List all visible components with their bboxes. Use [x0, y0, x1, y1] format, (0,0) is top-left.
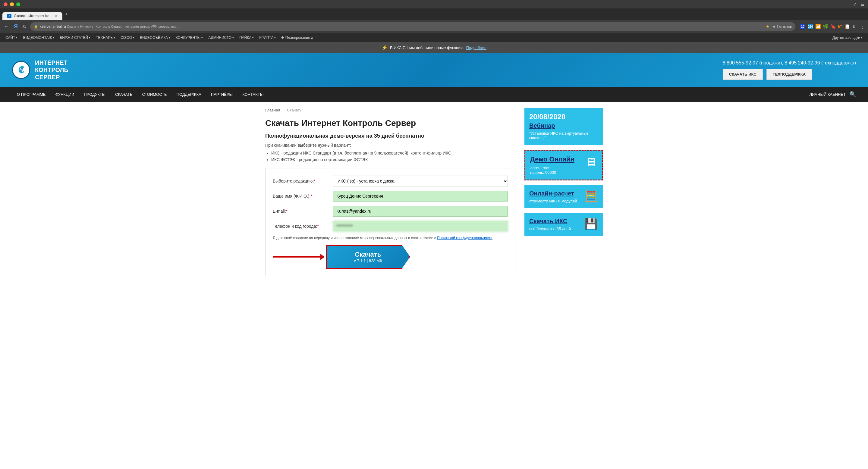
ext-icon-5[interactable]: 🔖	[830, 24, 836, 29]
bookmark-site[interactable]: САЙТ ▾	[3, 35, 20, 41]
ext-icon-3[interactable]: 📶	[815, 24, 821, 29]
privacy-policy-link[interactable]: Политикой конфиденциальности	[437, 236, 493, 240]
webinar-title-link[interactable]: Вебинар	[529, 122, 598, 129]
browser-address-bar: ← Я ↻ 🔒 xserver.a-real.ru Скачать Интерн…	[0, 20, 868, 33]
notification-icon: ⚡	[381, 45, 388, 51]
edition-select[interactable]: ИКС (iso) - установка с диска ИКС ФСТЭК …	[333, 176, 508, 187]
bookmark-technar[interactable]: ТЕХНАРЬ ▾	[93, 35, 118, 41]
bookmark-admins[interactable]: АДМИНИСТО ▾	[206, 35, 236, 41]
nav-functions[interactable]: ФУНКЦИИ	[50, 87, 79, 102]
support-button[interactable]: ТЕХПОДДЕРЖКА	[767, 69, 812, 80]
download-submit-button[interactable]: Скачать v 7.1.1 | 828 Мб	[326, 245, 410, 269]
address-input[interactable]: 🔒 xserver.a-real.ru Скачать Интернет Кон…	[30, 22, 795, 31]
bookmark-article-exchange[interactable]: БИРЖИ СТАТЕЙ ▾	[57, 35, 93, 41]
domain-text: xserver.a-real.ru Скачать Интернет Контр…	[40, 24, 764, 29]
page-title: Скачать Интернет Контроль Сервер	[265, 119, 516, 128]
nav-personal-cabinet[interactable]: ЛИЧНЫЙ КАБИНЕТ	[809, 92, 846, 97]
name-label: Ваше имя (Ф.И.О.):*	[273, 194, 333, 199]
demo-online-widget[interactable]: 🖥 Демо Онлайн логин: root пароль: 00000	[524, 150, 603, 180]
site-header: ₡ ИНТЕРНЕТ КОНТРОЛЬ СЕРВЕР 8 800 555-92-…	[0, 53, 868, 87]
browser-tabs-bar: С Скачать Интернет Ко... ✕ +	[0, 8, 868, 20]
page-subtitle: Полнофункциональная демо-версия на 35 дн…	[265, 133, 516, 139]
os-close-dot[interactable]	[4, 2, 7, 6]
back-button[interactable]: ←	[3, 23, 10, 30]
logo-area[interactable]: ₡ ИНТЕРНЕТ КОНТРОЛЬ СЕРВЕР	[12, 59, 68, 81]
bookmark-cisco[interactable]: CISCO ▾	[118, 35, 137, 41]
ext-icon-2[interactable]: 260	[808, 24, 813, 29]
os-menu-icon[interactable]: ☰	[861, 2, 864, 7]
notification-link[interactable]: Подробнее	[466, 45, 487, 50]
bookmarks-bar: САЙТ ▾ ВИДЕОМОНТАЖ ▾ БИРЖИ СТАТЕЙ ▾ ТЕХН…	[0, 33, 868, 42]
bookmark-video-edit[interactable]: ВИДЕОМОНТАЖ ▾	[21, 35, 57, 41]
ext-icon-6[interactable]: IQ	[838, 24, 843, 29]
email-input[interactable]	[333, 206, 508, 216]
bookmark-video-shoot[interactable]: ВИДЕОСЪЁМКА ▾	[137, 35, 173, 41]
arrow-area	[273, 256, 321, 258]
security-lock-icon: 🔒	[34, 25, 38, 29]
ext-icon-1[interactable]: 10	[800, 24, 805, 29]
breadcrumb-home[interactable]: Главная	[265, 108, 280, 112]
new-tab-button[interactable]: +	[62, 11, 70, 18]
header-phones: 8 800 555-92-97 (продажи), 8 495 240-92-…	[723, 60, 856, 66]
bookmark-competitors[interactable]: КОНКУРЕНТЫ ▾	[173, 35, 205, 41]
webinar-description: "Установка ИКС на виртуальные машины"	[529, 131, 598, 140]
ext-icon-4[interactable]: 🌿	[823, 24, 829, 29]
tab-close-button[interactable]: ✕	[55, 14, 58, 18]
consent-text: Я даю своё согласие на передачу и исполь…	[273, 236, 508, 240]
ext-icon-7[interactable]: 📋	[844, 24, 850, 29]
bookmark-soldering[interactable]: ПАЙКА ▾	[237, 35, 256, 41]
download-form: Выберите редакцию:* ИКС (iso) - установк…	[265, 168, 516, 276]
list-item-fstek: ИКС ФСТЭК - редакция на сертификации ФСТ…	[271, 157, 516, 162]
demo-password: пароль: 00000	[530, 170, 597, 175]
download-button-area: Скачать v 7.1.1 | 828 Мб	[273, 245, 508, 269]
breadcrumb-separator: |	[282, 108, 284, 112]
bookmark-star-icon[interactable]: ★	[766, 24, 770, 29]
reviews-count: ★ 5 отзывов	[772, 25, 792, 29]
logo-icon: ₡	[12, 61, 30, 79]
arrow-line	[273, 256, 321, 258]
feature-list: ИКС - редакции ИКС Стандарт (в т.ч. бесп…	[271, 150, 516, 162]
os-minimize-dot[interactable]	[10, 2, 14, 6]
main-content: Главная | Скачать Скачать Интернет Контр…	[253, 102, 615, 282]
nav-support[interactable]: ПОДДЕРЖКА	[172, 87, 206, 102]
download-iks-button[interactable]: СКАЧАТЬ ИКС	[723, 69, 763, 80]
os-maximize-dot[interactable]	[16, 2, 20, 6]
os-fullscreen-icon[interactable]: ⤢	[853, 2, 857, 7]
nav-partners[interactable]: ПАРТНЁРЫ	[206, 87, 238, 102]
form-row-phone: Телефон и код города:*	[273, 221, 508, 232]
download-iks-widget: 💾 Скачать ИКС всё бесплатно 35 дней	[524, 213, 603, 236]
webinar-date: 20/08/2020	[529, 113, 598, 121]
notification-text: В ИКС 7.1 мы добавили новые функции.	[390, 45, 464, 50]
yandex-logo: Я	[13, 22, 19, 31]
other-bookmarks[interactable]: Другие закладки ▾	[830, 35, 865, 41]
download-icon[interactable]: ⬇	[852, 24, 856, 29]
header-right: 8 800 555-92-97 (продажи), 8 495 240-92-…	[723, 60, 856, 80]
refresh-button[interactable]: ↻	[22, 23, 28, 31]
online-calc-widget: 🧮 Онлайн-расчет стоимости ИКС и модулей	[524, 185, 603, 208]
nav-download[interactable]: СКАЧАТЬ	[110, 87, 137, 102]
edition-label: Выберите редакцию:*	[273, 179, 333, 183]
download-btn-version: v 7.1.1 | 828 Мб	[354, 259, 382, 263]
bookmark-planning[interactable]: ✤ Планирование д	[279, 35, 315, 41]
download-btn-label: Скачать	[355, 250, 381, 259]
nav-contacts[interactable]: КОНТАКТЫ	[238, 87, 268, 102]
browser-menu-button[interactable]: ⋮	[860, 24, 865, 30]
demo-monitor-icon: 🖥	[585, 156, 597, 169]
breadcrumb-current: Скачать	[287, 108, 302, 112]
name-input[interactable]	[333, 191, 508, 202]
form-row-email: E-mail:*	[273, 206, 508, 216]
browser-extensions-area: 10 260 📶 🌿 🔖 IQ 📋 ⬇	[798, 24, 858, 29]
header-buttons: СКАЧАТЬ ИКС ТЕХПОДДЕРЖКА	[723, 69, 856, 80]
active-tab[interactable]: С Скачать Интернет Ко... ✕	[2, 12, 62, 20]
phone-input[interactable]	[333, 221, 508, 232]
notification-bar: ⚡ В ИКС 7.1 мы добавили новые функции. П…	[0, 42, 868, 53]
form-row-name: Ваше имя (Ф.И.О.):*	[273, 191, 508, 202]
main-navigation: О ПРОГРАММЕ ФУНКЦИИ ПРОДУКТЫ СКАЧАТЬ СТО…	[0, 87, 868, 102]
bookmark-crypto[interactable]: КРИПТА ▾	[257, 35, 278, 41]
nav-products[interactable]: ПРОДУКТЫ	[79, 87, 110, 102]
nav-search-icon[interactable]: 🔍	[849, 91, 856, 98]
nav-items: О ПРОГРАММЕ ФУНКЦИИ ПРОДУКТЫ СКАЧАТЬ СТО…	[12, 87, 809, 102]
nav-about[interactable]: О ПРОГРАММЕ	[12, 87, 50, 102]
nav-pricing[interactable]: СТОИМОСТЬ	[137, 87, 172, 102]
os-title-bar: ⤢ ☰	[0, 0, 868, 8]
